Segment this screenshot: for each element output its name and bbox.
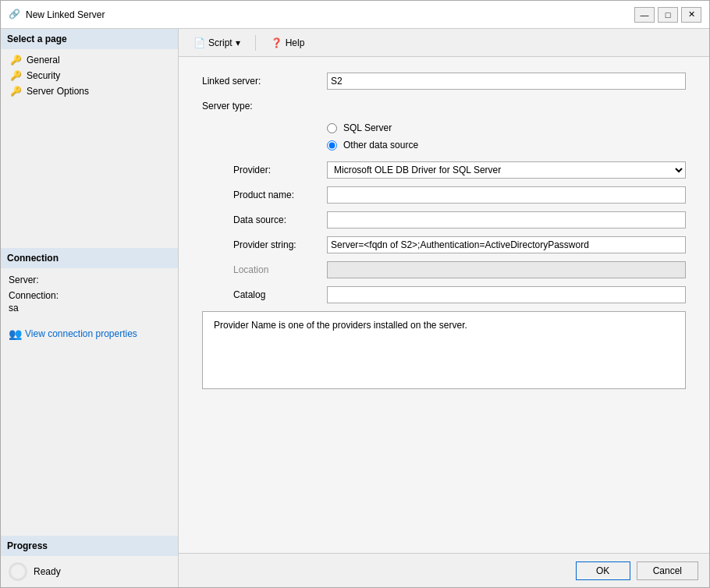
window-title: New Linked Server xyxy=(26,9,634,20)
sql-server-radio-label: SQL Server xyxy=(343,122,392,133)
connection-props-icon: 👥 xyxy=(9,328,22,340)
title-controls: — □ ✕ xyxy=(634,7,701,23)
sidebar-item-server-options[interactable]: 🔑 Server Options xyxy=(1,83,178,99)
provider-string-input[interactable] xyxy=(327,236,686,253)
provider-fields: Provider: Microsoft OLE DB Driver for SQ… xyxy=(233,161,686,303)
product-name-label: Product name: xyxy=(233,190,327,200)
catalog-row: Catalog xyxy=(233,286,686,303)
data-source-row: Data source: xyxy=(233,211,686,228)
title-bar: 🔗 New Linked Server — □ ✕ xyxy=(1,1,709,29)
linked-server-control xyxy=(327,73,686,90)
catalog-control xyxy=(327,286,686,303)
minimize-button[interactable]: — xyxy=(634,7,655,23)
content-area: Select a page 🔑 General 🔑 Security 🔑 Ser… xyxy=(1,29,709,587)
form-area: Linked server: Server type: SQL Server xyxy=(179,57,709,553)
info-box: Provider Name is one of the providers in… xyxy=(202,311,686,389)
nav-items: 🔑 General 🔑 Security 🔑 Server Options xyxy=(1,49,178,248)
linked-server-input[interactable] xyxy=(327,73,686,90)
server-options-label: Server Options xyxy=(27,86,89,97)
provider-select[interactable]: Microsoft OLE DB Driver for SQL Server xyxy=(327,161,686,179)
connection-info: Server: Connection: sa xyxy=(1,268,178,324)
sidebar-item-security[interactable]: 🔑 Security xyxy=(1,68,178,83)
connection-value: sa xyxy=(9,303,170,313)
select-page-header: Select a page xyxy=(1,29,178,49)
catalog-label: Catalog xyxy=(233,289,327,300)
window-icon: 🔗 xyxy=(9,9,21,21)
general-icon: 🔑 xyxy=(10,55,22,66)
server-options-icon: 🔑 xyxy=(10,86,22,97)
product-name-control xyxy=(327,186,686,204)
general-label: General xyxy=(27,55,60,66)
main-window: 🔗 New Linked Server — □ ✕ Select a page … xyxy=(0,0,710,588)
sql-server-radio[interactable] xyxy=(327,123,337,133)
help-label: Help xyxy=(286,37,305,48)
security-icon: 🔑 xyxy=(10,70,22,81)
other-data-source-radio-row: Other data source xyxy=(327,140,686,151)
help-icon: ❓ xyxy=(271,37,282,48)
toolbar: 📄 Script ▾ ❓ Help xyxy=(179,29,709,57)
location-label: Location xyxy=(233,264,327,275)
toolbar-separator xyxy=(255,35,256,51)
data-source-input[interactable] xyxy=(327,211,686,228)
sidebar-item-general[interactable]: 🔑 General xyxy=(1,52,178,68)
provider-string-row: Provider string: xyxy=(233,236,686,253)
bottom-bar: OK Cancel xyxy=(179,553,709,587)
maximize-button[interactable]: □ xyxy=(658,7,678,23)
data-source-label: Data source: xyxy=(233,214,327,225)
server-type-radios: SQL Server Other data source xyxy=(327,122,686,151)
product-name-input[interactable] xyxy=(327,186,686,204)
server-type-label: Server type: xyxy=(202,101,327,112)
left-panel: Select a page 🔑 General 🔑 Security 🔑 Ser… xyxy=(1,29,179,587)
provider-control: Microsoft OLE DB Driver for SQL Server xyxy=(327,161,686,179)
script-icon: 📄 xyxy=(193,37,205,48)
provider-string-label: Provider string: xyxy=(233,239,327,250)
other-data-source-radio-label: Other data source xyxy=(343,140,418,151)
progress-section-header: Progress xyxy=(1,536,178,556)
sql-server-radio-row: SQL Server xyxy=(327,122,686,133)
provider-label: Provider: xyxy=(233,165,327,175)
server-label: Server: xyxy=(9,275,170,285)
progress-spinner xyxy=(9,562,27,581)
progress-info: Ready xyxy=(1,556,178,587)
data-source-control xyxy=(327,211,686,228)
catalog-input[interactable] xyxy=(327,286,686,303)
view-props-label: View connection properties xyxy=(25,328,137,339)
linked-server-label: Linked server: xyxy=(202,76,327,87)
info-text: Provider Name is one of the providers in… xyxy=(214,320,467,331)
script-dropdown-icon: ▾ xyxy=(236,37,240,48)
script-button[interactable]: 📄 Script ▾ xyxy=(186,35,247,51)
view-connection-properties-link[interactable]: 👥 View connection properties xyxy=(1,324,178,343)
cancel-button[interactable]: Cancel xyxy=(637,561,698,580)
product-name-row: Product name: xyxy=(233,186,686,204)
right-panel: 📄 Script ▾ ❓ Help Linked server: xyxy=(179,29,709,587)
linked-server-row: Linked server: xyxy=(202,73,686,90)
location-input[interactable] xyxy=(327,261,686,278)
provider-string-control xyxy=(327,236,686,253)
connection-label: Connection: xyxy=(9,290,170,301)
location-row: Location xyxy=(233,261,686,278)
close-button[interactable]: ✕ xyxy=(681,7,701,23)
provider-row: Provider: Microsoft OLE DB Driver for SQ… xyxy=(233,161,686,179)
script-label: Script xyxy=(208,37,233,48)
connection-section-header: Connection xyxy=(1,248,178,268)
ok-button[interactable]: OK xyxy=(576,561,630,580)
location-control xyxy=(327,261,686,278)
other-data-source-radio[interactable] xyxy=(327,140,337,151)
help-button[interactable]: ❓ Help xyxy=(264,35,312,51)
security-label: Security xyxy=(27,70,60,81)
server-type-row: Server type: xyxy=(202,101,686,112)
progress-status: Ready xyxy=(34,566,61,577)
